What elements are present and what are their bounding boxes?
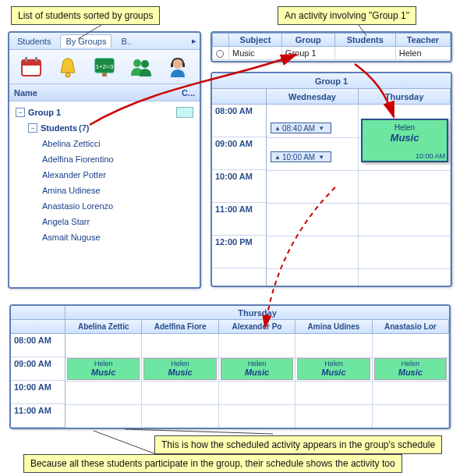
stu-col[interactable]: Helen Music xyxy=(219,334,295,428)
svg-point-4 xyxy=(65,73,70,77)
stu-col[interactable]: Helen Music xyxy=(142,334,218,428)
students-tree-panel: Students By Groups B.. ▸ 1+2=3 Name C...… xyxy=(8,31,201,289)
schedule-event[interactable]: Helen Music xyxy=(374,358,447,380)
students-count: (7) xyxy=(79,123,89,133)
tab-b[interactable]: B.. xyxy=(116,35,136,48)
bell-icon[interactable] xyxy=(55,54,81,80)
callout-top-left: List of students sorted by groups xyxy=(11,6,160,25)
event-teacher: Helen xyxy=(68,360,139,368)
svg-rect-7 xyxy=(102,73,107,76)
col-name: Name xyxy=(14,88,37,98)
schedule-title: Group 1 xyxy=(212,73,451,89)
tree-student[interactable]: Angela Starr xyxy=(42,214,196,229)
cell-teacher: Helen xyxy=(395,47,450,60)
arrow-down-icon: ▼ xyxy=(318,125,324,132)
board-icon[interactable]: 1+2=3 xyxy=(91,54,118,80)
col-subject: Subject xyxy=(229,34,282,47)
arrow-up-icon: ▲ xyxy=(274,125,281,132)
schedule-event[interactable]: Helen Music 10:00 AM xyxy=(361,119,448,162)
stu-col-name: Alexander Po xyxy=(219,320,295,333)
schedule-event[interactable]: Helen Music xyxy=(143,358,216,380)
tree-student[interactable]: Alexander Potter xyxy=(42,167,196,183)
stu-col-name: Adelfina Fiore xyxy=(142,320,218,333)
tree-toolbar: 1+2=3 xyxy=(9,50,200,84)
col-thursday[interactable]: Helen Music 10:00 AM xyxy=(359,105,451,286)
event-subject: Music xyxy=(221,368,292,377)
expand-icon[interactable]: − xyxy=(28,123,37,133)
tree-group-row[interactable]: − Group 1 xyxy=(16,105,196,120)
headset-person-icon[interactable] xyxy=(165,54,191,80)
schedule-event[interactable]: Helen Music xyxy=(67,358,140,380)
tab-by-groups[interactable]: By Groups xyxy=(60,34,111,48)
stu-col-name: Anastasio Lor xyxy=(373,320,449,333)
tree-tabs: Students By Groups B.. ▸ xyxy=(9,33,200,50)
svg-rect-12 xyxy=(182,63,185,67)
activity-table: Subject Group Students Teacher Music Gro… xyxy=(212,33,451,60)
tree-columns-header: Name C... xyxy=(9,84,200,101)
group-color-swatch xyxy=(176,107,193,118)
event-teacher: Helen xyxy=(366,123,444,132)
time-label: 08:00 AM xyxy=(11,334,65,357)
time-tag[interactable]: ▲ 08:40 AM ▼ xyxy=(271,123,331,133)
tree-student[interactable]: Asmait Nuguse xyxy=(42,229,196,245)
svg-point-10 xyxy=(173,59,182,69)
event-teacher: Helen xyxy=(221,360,292,368)
cell-students xyxy=(334,47,395,60)
callout-top-right: An activity involving "Group 1" xyxy=(278,6,416,25)
tabs-overflow-icon[interactable]: ▸ xyxy=(192,36,196,46)
tree-student[interactable]: Anastasio Lorenzo xyxy=(42,198,196,214)
svg-point-8 xyxy=(133,59,141,67)
callout-bottom: Because all these students participate i… xyxy=(23,454,402,473)
time-gutter: 08:00 AM 09:00 AM 10:00 AM 11:00 AM 12:0… xyxy=(212,105,267,286)
calendar-icon[interactable] xyxy=(18,54,44,80)
time-label: 10:00 AM xyxy=(212,170,266,203)
svg-rect-1 xyxy=(22,60,41,66)
callout-mid: This is how the scheduled activity appea… xyxy=(154,435,442,454)
student-schedule: Thursday Abelina Zettic Adelfina Fiore A… xyxy=(9,304,451,429)
time-label: 10:00 AM xyxy=(11,381,65,404)
activity-row[interactable]: Music Group 1 Helen xyxy=(213,47,451,60)
tree-student[interactable]: Abelina Zetticci xyxy=(42,136,196,151)
tree: − Group 1 − Students (7) Abelina Zetticc… xyxy=(9,101,200,248)
col-teacher: Teacher xyxy=(395,34,450,47)
schedule-day-header: Wednesday Thursday xyxy=(212,89,451,105)
col-c: C... xyxy=(182,88,195,98)
tree-student[interactable]: Amina Udinese xyxy=(42,183,196,198)
col-wednesday[interactable]: ▲ 08:40 AM ▼ ▲ 10:00 AM ▼ xyxy=(267,105,359,286)
tree-student[interactable]: Adelfina Fiorentino xyxy=(42,151,196,167)
svg-rect-11 xyxy=(171,63,173,67)
group-schedule: Group 1 Wednesday Thursday 08:00 AM 09:0… xyxy=(211,72,452,287)
event-subject: Music xyxy=(68,368,139,377)
event-subject: Music xyxy=(366,132,444,144)
event-teacher: Helen xyxy=(298,360,369,368)
col-group: Group xyxy=(281,34,334,47)
activity-panel: Subject Group Students Teacher Music Gro… xyxy=(211,31,452,62)
event-endtime: 10:00 AM xyxy=(416,152,445,160)
time-label: 11:00 AM xyxy=(212,203,266,236)
svg-text:1+2=3: 1+2=3 xyxy=(96,63,114,70)
event-teacher: Helen xyxy=(144,360,215,368)
students-label: Students xyxy=(41,123,77,133)
time-label: 09:00 AM xyxy=(11,357,65,381)
cell-group: Group 1 xyxy=(281,47,334,60)
svg-rect-2 xyxy=(25,57,27,62)
schedule-event[interactable]: Helen Music xyxy=(297,358,370,380)
stu-col[interactable]: Helen Music xyxy=(295,334,372,428)
group-name: Group 1 xyxy=(28,108,61,117)
row-radio-icon[interactable] xyxy=(216,50,224,58)
stu-col-name: Abelina Zettic xyxy=(65,320,142,333)
tree-students-row[interactable]: − Students (7) xyxy=(16,120,196,136)
event-subject: Music xyxy=(375,368,446,377)
col-students: Students xyxy=(334,34,395,47)
stu-col[interactable]: Helen Music xyxy=(373,334,449,428)
arrow-up-icon: ▲ xyxy=(274,154,281,161)
stu-col[interactable]: Helen Music xyxy=(65,334,142,428)
expand-icon[interactable]: − xyxy=(16,108,25,117)
time-tag[interactable]: ▲ 10:00 AM ▼ xyxy=(271,151,331,162)
tab-students[interactable]: Students xyxy=(12,35,55,48)
time-label: 08:00 AM xyxy=(212,105,266,137)
day-thursday: Thursday xyxy=(359,89,451,104)
people-icon[interactable] xyxy=(128,54,154,80)
stu-day-thursday: Thursday xyxy=(65,306,449,319)
schedule-event[interactable]: Helen Music xyxy=(221,358,293,380)
